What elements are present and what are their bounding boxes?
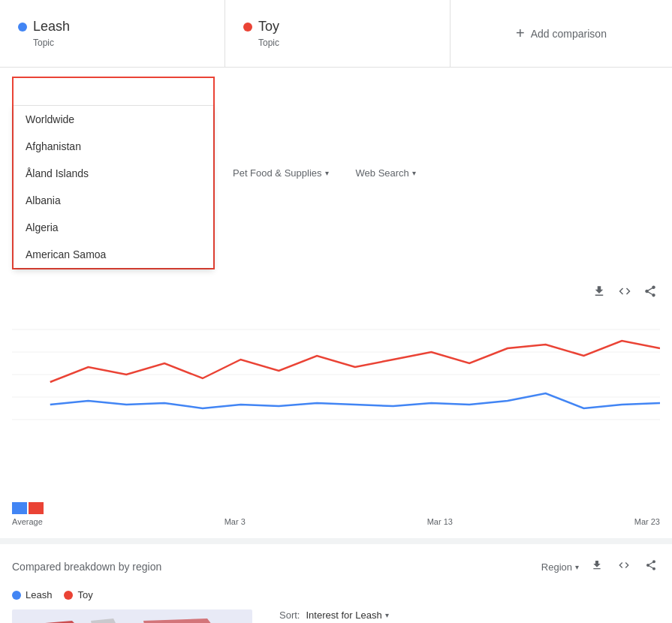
location-item-aland[interactable]: Åland Islands [14, 160, 213, 187]
legend-leash-label: Leash [26, 589, 52, 600]
share-chart-btn[interactable] [640, 281, 660, 304]
topic-leash-name: Leash [18, 19, 206, 35]
region-title: Compared breakdown by region [12, 561, 161, 573]
world-map-container: Color intensity represents percentage of… [12, 609, 267, 623]
svg-rect-5 [12, 609, 252, 623]
category-label: Pet Food & Supplies [233, 167, 322, 179]
x-label-0: Average [12, 517, 43, 526]
embed-chart-btn[interactable] [615, 281, 634, 304]
plus-icon: + [516, 25, 525, 42]
location-item-albania[interactable]: Albania [14, 187, 213, 214]
search-type-label: Web Search [356, 167, 409, 179]
category-chevron: ▾ [325, 169, 329, 177]
embed-region-btn[interactable] [615, 556, 633, 577]
sort-chevron: ▾ [385, 611, 389, 619]
world-map [12, 609, 252, 623]
rankings-panel: Sort: Interest for Leash ▾ 1 St. Helena … [279, 609, 660, 623]
leash-label: Leash [33, 19, 70, 35]
download-region-btn[interactable] [588, 556, 606, 577]
topic-toy-name: Toy [243, 19, 432, 35]
legend-toy-dot [64, 591, 73, 600]
chart-section: Worldwide Afghanistan Åland Islands Alba… [0, 68, 672, 544]
location-list: Worldwide Afghanistan Åland Islands Alba… [14, 105, 213, 268]
chart-area [0, 307, 672, 502]
location-item-worldwide[interactable]: Worldwide [14, 106, 213, 133]
chart-actions [0, 278, 672, 307]
leash-avg-bar [12, 502, 27, 514]
leash-sub: Topic [18, 38, 206, 48]
location-dropdown[interactable]: Worldwide Afghanistan Åland Islands Alba… [12, 77, 215, 269]
toy-dot [243, 23, 252, 32]
location-input[interactable] [14, 78, 213, 105]
leash-dot [18, 23, 27, 32]
region-header: Compared breakdown by region Region ▾ [12, 556, 660, 577]
region-controls: Region ▾ [541, 556, 660, 577]
category-filter[interactable]: Pet Food & Supplies ▾ [224, 161, 338, 185]
region-content: Color intensity represents percentage of… [12, 609, 660, 623]
x-label-2: Mar 13 [427, 517, 453, 526]
location-item-american-samoa[interactable]: American Samoa [14, 241, 213, 268]
sort-value: Interest for Leash [306, 609, 381, 621]
legend-toy-label: Toy [77, 589, 92, 600]
filter-bar: Worldwide Afghanistan Åland Islands Alba… [0, 68, 672, 278]
download-chart-btn[interactable] [589, 281, 609, 304]
x-label-3: Mar 23 [634, 517, 660, 526]
topic-leash: Leash Topic [0, 0, 225, 67]
x-label-1: Mar 3 [225, 517, 246, 526]
toy-avg-bar [29, 502, 44, 514]
trend-chart [12, 307, 660, 442]
map-legend: Leash Toy [12, 589, 660, 600]
sort-label: Sort: [279, 609, 300, 621]
toy-sub: Topic [243, 38, 432, 48]
search-type-filter[interactable]: Web Search ▾ [347, 161, 425, 185]
topic-toy: Toy Topic [225, 0, 451, 67]
sort-row: Sort: Interest for Leash ▾ [279, 609, 660, 621]
x-axis: Average Mar 3 Mar 13 Mar 23 [0, 517, 672, 526]
region-dropdown-label: Region [541, 561, 572, 573]
topics-bar: Leash Topic Toy Topic + Add comparison [0, 0, 672, 68]
location-item-algeria[interactable]: Algeria [14, 214, 213, 241]
share-region-btn[interactable] [642, 556, 660, 577]
region-section: Compared breakdown by region Region ▾ Le… [0, 544, 672, 623]
sort-dropdown[interactable]: Interest for Leash ▾ [306, 609, 388, 621]
map-legend-leash: Leash [12, 589, 52, 600]
add-comparison-label: Add comparison [531, 28, 607, 40]
add-comparison-btn[interactable]: + Add comparison [451, 0, 672, 67]
legend-leash-dot [12, 591, 21, 600]
search-type-chevron: ▾ [412, 169, 416, 177]
toy-label: Toy [258, 19, 279, 35]
location-item-afghanistan[interactable]: Afghanistan [14, 133, 213, 160]
region-dropdown-chevron: ▾ [575, 563, 579, 571]
region-type-dropdown[interactable]: Region ▾ [541, 561, 579, 573]
map-legend-toy: Toy [64, 589, 92, 600]
